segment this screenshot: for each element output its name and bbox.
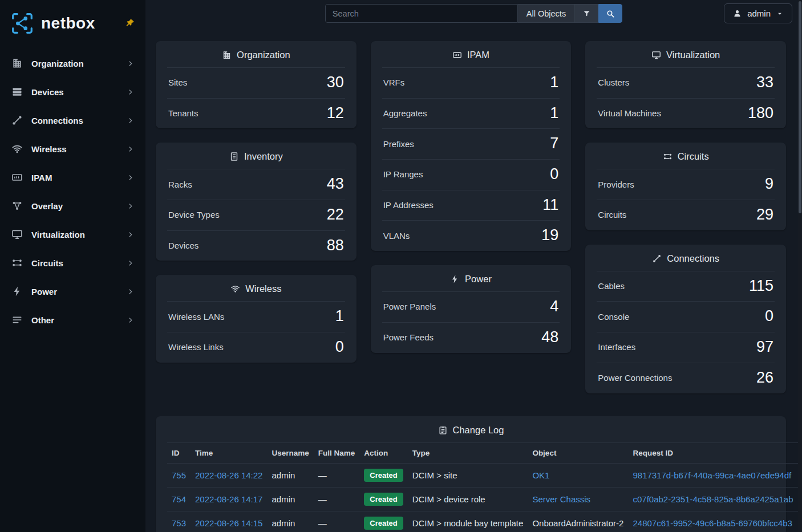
pin-icon[interactable] <box>125 18 135 29</box>
changelog-request-id-link[interactable]: 9817317d-b67f-440a-99ca-4ae07ede94df <box>633 470 791 480</box>
transit-icon <box>663 152 673 161</box>
changelog-id-link-cell: 753 <box>167 511 191 532</box>
changelog-username: admin <box>272 470 295 480</box>
changelog-full-name-cell: — <box>314 463 360 487</box>
stat-row-vlans[interactable]: VLANs19 <box>382 220 560 251</box>
search-button[interactable] <box>598 4 622 23</box>
stat-row-wireless-lans[interactable]: Wireless LANs1 <box>167 301 345 332</box>
changelog-object-link-cell: Server Chassis <box>528 487 628 511</box>
stat-label: Devices <box>168 241 199 250</box>
search-input[interactable] <box>325 4 518 23</box>
sidebar-item-circuits[interactable]: Circuits <box>0 249 145 277</box>
filter-button[interactable] <box>575 4 598 23</box>
sidebar-item-overlay[interactable]: Overlay <box>0 192 145 220</box>
stat-row-ip-ranges[interactable]: IP Ranges0 <box>382 159 560 190</box>
changelog-full-name: — <box>318 518 327 528</box>
changelog-time-link[interactable]: 2022-08-26 14:15 <box>195 518 262 528</box>
card-header: IPAM <box>382 41 560 67</box>
chevron-right-icon <box>127 88 134 96</box>
sidebar-item-other[interactable]: Other <box>0 306 145 334</box>
stat-row-ip-addresses[interactable]: IP Addresses11 <box>382 190 560 221</box>
sidebar-item-label: Other <box>31 315 118 325</box>
sidebar-item-connections[interactable]: Connections <box>0 106 145 135</box>
stat-row-cables[interactable]: Cables115 <box>597 271 775 302</box>
sidebar-item-devices[interactable]: Devices <box>0 78 145 106</box>
stat-row-aggregates[interactable]: Aggregates1 <box>382 98 560 129</box>
stat-row-tenants[interactable]: Tenants12 <box>167 98 345 129</box>
changelog-time-link-cell: 2022-08-26 14:15 <box>191 511 267 532</box>
sidebar-item-ipam[interactable]: IPAM <box>0 163 145 192</box>
changelog-time-link[interactable]: 2022-08-26 14:22 <box>195 470 262 480</box>
sidebar-item-power[interactable]: Power <box>0 277 145 306</box>
card-header: Wireless <box>167 275 345 301</box>
stat-label: Power Feeds <box>383 332 434 342</box>
sidebar-item-wireless[interactable]: Wireless <box>0 135 145 163</box>
changelog-request-id-link[interactable]: c07f0ab2-2351-4c58-825a-8b6a2425a1ab <box>633 494 793 504</box>
changelog-object-cell: OnboardAdministrator-2 <box>528 511 628 532</box>
counter-icon <box>11 172 23 183</box>
list-icon <box>11 314 23 326</box>
chevron-right-icon <box>127 145 134 153</box>
card-header: Inventory <box>167 143 345 169</box>
changelog-body: 7552022-08-26 14:22admin—CreatedDCIM > s… <box>167 463 798 532</box>
changelog-id-link[interactable]: 753 <box>172 518 186 528</box>
card-header: Virtualization <box>597 41 775 67</box>
scrollbar[interactable] <box>798 0 802 532</box>
changelog-object-link[interactable]: OK1 <box>532 470 549 480</box>
sidebar-item-label: IPAM <box>31 173 118 182</box>
changelog-id-link[interactable]: 754 <box>172 494 186 504</box>
chevron-right-icon <box>127 316 134 324</box>
changelog-full-name: — <box>318 494 327 504</box>
sidebar-item-organization[interactable]: Organization <box>0 49 145 78</box>
changelog-time-link-cell: 2022-08-26 14:22 <box>191 463 267 487</box>
chevron-right-icon <box>127 259 134 267</box>
stat-row-clusters[interactable]: Clusters33 <box>597 67 775 98</box>
stat-row-device-types[interactable]: Device Types22 <box>167 200 345 230</box>
changelog-request-id-link[interactable]: 24807c61-9952-49c6-b8a5-69760bfcc4b3 <box>633 518 792 528</box>
stat-row-power-connections[interactable]: Power Connections26 <box>597 363 775 393</box>
stat-row-console[interactable]: Console0 <box>597 301 775 332</box>
sidebar-item-label: Power <box>31 287 118 297</box>
user-menu-button[interactable]: admin <box>724 3 792 23</box>
stat-row-vrfs[interactable]: VRFs1 <box>382 67 560 98</box>
stat-label: Circuits <box>598 210 626 220</box>
brand[interactable]: netbox <box>0 0 145 44</box>
stat-row-devices[interactable]: Devices88 <box>167 230 345 261</box>
stat-row-providers[interactable]: Providers9 <box>597 169 775 200</box>
stat-row-racks[interactable]: Racks43 <box>167 169 345 200</box>
stat-row-wireless-links[interactable]: Wireless Links0 <box>167 332 345 363</box>
stat-row-power-panels[interactable]: Power Panels4 <box>382 291 560 322</box>
bolt-icon <box>450 274 460 284</box>
stat-row-sites[interactable]: Sites30 <box>167 67 345 98</box>
stat-label: Tenants <box>168 108 199 118</box>
stat-row-interfaces[interactable]: Interfaces97 <box>597 332 775 363</box>
sidebar-item-virtualization[interactable]: Virtualization <box>0 220 145 249</box>
scrollbar-thumb[interactable] <box>799 1 801 213</box>
stat-row-power-feeds[interactable]: Power Feeds48 <box>382 322 560 353</box>
main-content: OrganizationSites30Tenants12InventoryRac… <box>145 27 802 532</box>
card-title: Circuits <box>678 151 709 162</box>
changelog-table: IDTimeUsernameFull NameActionTypeObjectR… <box>167 442 798 532</box>
changelog-time-link[interactable]: 2022-08-26 14:17 <box>195 494 262 504</box>
card-virtualization: VirtualizationClusters33Virtual Machines… <box>585 41 786 128</box>
card-column-2: IPAMVRFs1Aggregates1Prefixes7IP Ranges0I… <box>371 41 572 393</box>
stat-value: 30 <box>327 74 344 91</box>
filter-icon <box>582 9 591 18</box>
sidebar-item-label: Wireless <box>31 144 118 154</box>
stat-row-prefixes[interactable]: Prefixes7 <box>382 128 560 159</box>
changelog-object-link[interactable]: Server Chassis <box>532 494 590 504</box>
action-badge: Created <box>364 517 403 530</box>
changelog-id-link[interactable]: 755 <box>172 470 186 480</box>
chevron-right-icon <box>127 202 134 210</box>
counter-icon <box>452 50 462 60</box>
changelog-username: admin <box>272 494 295 504</box>
sidebar-item-label: Devices <box>31 87 118 97</box>
card-title: Wireless <box>245 283 281 294</box>
stat-value: 7 <box>550 135 558 152</box>
building-icon <box>222 50 232 60</box>
object-type-selector[interactable]: All Objects <box>518 4 575 23</box>
stat-row-virtual-machines[interactable]: Virtual Machines180 <box>597 98 775 129</box>
stat-label: Wireless Links <box>168 342 224 352</box>
stat-row-circuits[interactable]: Circuits29 <box>597 200 775 230</box>
changelog-full-name: — <box>318 470 327 480</box>
